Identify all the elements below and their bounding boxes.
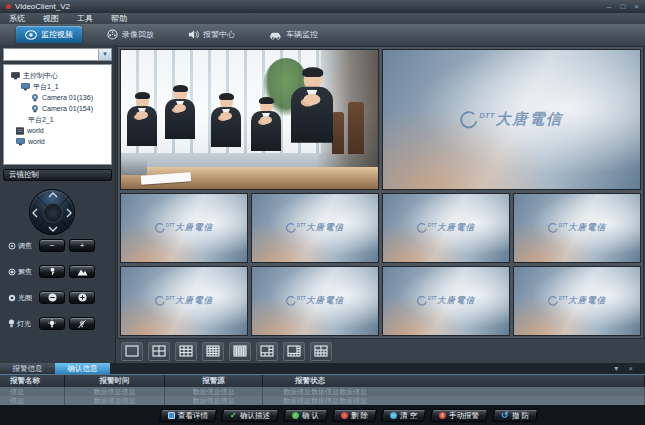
car-icon: [269, 30, 282, 40]
grid-9-icon: [179, 345, 193, 357]
bulb-on-icon: [47, 319, 57, 329]
arrow-left-icon[interactable]: [32, 207, 38, 219]
crescent-logo-icon: [548, 296, 558, 306]
video-feed-idle[interactable]: DTT 大唐電信: [513, 193, 641, 263]
video-feed-idle[interactable]: DTT 大唐電信: [251, 193, 379, 263]
undo-arrow-icon: ↺: [501, 411, 509, 420]
tab-live-video[interactable]: 监控视频: [16, 26, 82, 43]
alarm-table-row[interactable]: 信息 数据信息信息 数据信息信息 数据信息数据信息数据信息: [0, 387, 645, 396]
chevron-down-icon[interactable]: ▼: [98, 49, 111, 60]
layout-1-button[interactable]: [121, 342, 143, 361]
camera-icon: [31, 105, 39, 113]
video-feed-idle[interactable]: DTT 大唐電信: [120, 193, 248, 263]
iris-label: 光圈: [8, 293, 35, 303]
col-alarm-name: 报警名称: [0, 375, 65, 387]
bulb-off-icon: [77, 319, 87, 329]
delete-button[interactable]: 删 除: [332, 409, 377, 422]
crescent-logo-icon: [460, 111, 478, 129]
zoom-out-button[interactable]: −: [39, 239, 65, 252]
maximize-button[interactable]: □: [620, 0, 625, 13]
tab-alarm-center[interactable]: 报警中心: [179, 26, 244, 43]
server-icon: [16, 127, 24, 135]
panel-close-icon[interactable]: ×: [628, 363, 633, 374]
ptz-center-button[interactable]: [43, 203, 63, 223]
tab-confirm-info[interactable]: 确认信息: [55, 363, 110, 374]
device-tree: 主控制中心 平台1_1 Camera 01(136): [3, 64, 112, 165]
tab-vehicle-monitor[interactable]: 车辆监控: [260, 26, 327, 43]
layout-8-button[interactable]: [283, 342, 305, 361]
watermark: DTT 大唐電信: [121, 194, 247, 262]
video-feed-idle[interactable]: DTT 大唐電信: [382, 193, 510, 263]
confirm-description-button[interactable]: ✓ 确认描述: [221, 409, 279, 422]
watermark: DTT 大唐電信: [383, 50, 640, 189]
layout-16-button[interactable]: [202, 342, 224, 361]
crescent-logo-icon: [286, 296, 296, 306]
layout-25-button[interactable]: [229, 342, 251, 361]
grid-4-icon: [152, 345, 166, 357]
disarm-button[interactable]: ↺ 撤 防: [492, 409, 538, 422]
ptz-dpad[interactable]: [29, 189, 75, 235]
close-button[interactable]: ×: [634, 0, 639, 13]
tree-item-world-1[interactable]: world: [4, 125, 111, 136]
device-search-combobox[interactable]: ▼: [3, 48, 112, 61]
light-off-button[interactable]: [69, 317, 95, 330]
video-feed-idle[interactable]: DTT 大唐電信: [120, 266, 248, 336]
light-on-button[interactable]: [39, 317, 65, 330]
video-feed-idle[interactable]: DTT 大唐電信: [382, 266, 510, 336]
arrow-down-icon[interactable]: [47, 226, 59, 232]
iris-open-button[interactable]: [69, 291, 95, 304]
tree-item-camera-154[interactable]: Camera 01(154): [4, 103, 111, 114]
tree-item-platform1[interactable]: 平台1_1: [4, 81, 111, 92]
confirm-button[interactable]: 确 认: [283, 409, 328, 422]
menu-help[interactable]: 帮助: [111, 13, 127, 24]
iris-close-button[interactable]: [39, 291, 65, 304]
menu-view[interactable]: 视图: [43, 13, 59, 24]
tab-label: 报警中心: [203, 29, 235, 40]
tree-item-world-2[interactable]: world: [4, 136, 111, 147]
main-tab-bar: 监控视频 录像回放 报警中心 车辆监控: [0, 24, 645, 45]
tree-item-camera-136[interactable]: Camera 01(136): [4, 92, 111, 103]
grid-10-icon: [314, 345, 328, 357]
video-feed-main[interactable]: [120, 49, 379, 190]
tab-label: 录像回放: [122, 29, 154, 40]
focus-far-button[interactable]: [69, 265, 95, 278]
grid-1-icon: [125, 345, 139, 357]
tree-item-platform2[interactable]: 平台2_1: [4, 114, 111, 125]
film-reel-icon: [107, 29, 118, 40]
video-feed-idle[interactable]: DTT 大唐電信: [513, 266, 641, 336]
video-feed-idle[interactable]: DTT 大唐電信: [251, 266, 379, 336]
col-alarm-status: 报警状态: [263, 375, 645, 387]
arrow-right-icon[interactable]: [66, 207, 72, 219]
manual-alarm-button[interactable]: ! 手动报警: [430, 409, 488, 422]
clear-button[interactable]: 清 空: [381, 409, 426, 422]
panel-collapse-icon[interactable]: ▾: [614, 363, 618, 374]
video-feed-idle[interactable]: DTT 大唐電信: [382, 49, 641, 190]
watermark: DTT 大唐電信: [121, 267, 247, 335]
zoom-in-button[interactable]: +: [69, 239, 95, 252]
layout-10-button[interactable]: [310, 342, 332, 361]
tree-item-control-center[interactable]: 主控制中心: [4, 70, 111, 81]
layout-9-button[interactable]: [175, 342, 197, 361]
layout-4-button[interactable]: [148, 342, 170, 361]
watermark: DTT 大唐電信: [383, 194, 509, 262]
focus-near-button[interactable]: [39, 265, 65, 278]
crescent-logo-icon: [155, 223, 165, 233]
menu-tools[interactable]: 工具: [77, 13, 93, 24]
view-details-button[interactable]: 查看详情: [159, 409, 217, 422]
minimize-button[interactable]: –: [607, 0, 611, 13]
arrow-up-icon[interactable]: [47, 192, 59, 198]
menu-system[interactable]: 系统: [9, 13, 25, 24]
tab-playback[interactable]: 录像回放: [98, 26, 163, 43]
window-title: VideoClient_V2: [15, 2, 70, 11]
watermark: DTT 大唐電信: [514, 194, 640, 262]
alarm-table-row[interactable]: 信息 数据信息信息 数据信息信息 数据信息数据信息数据信息: [0, 396, 645, 405]
ptz-panel-header[interactable]: 云镜控制: [3, 169, 112, 181]
tab-label: 车辆监控: [286, 29, 318, 40]
tab-label: 监控视频: [41, 29, 73, 40]
video-grid: DTT 大唐電信 DTT 大唐電信 DTT 大唐電信: [117, 46, 644, 339]
col-alarm-source: 报警源: [165, 375, 263, 387]
layout-6-button[interactable]: [256, 342, 278, 361]
grid-16-icon: [206, 345, 220, 357]
tab-alarm-info[interactable]: 报警信息: [0, 363, 55, 374]
crescent-logo-icon: [155, 296, 165, 306]
